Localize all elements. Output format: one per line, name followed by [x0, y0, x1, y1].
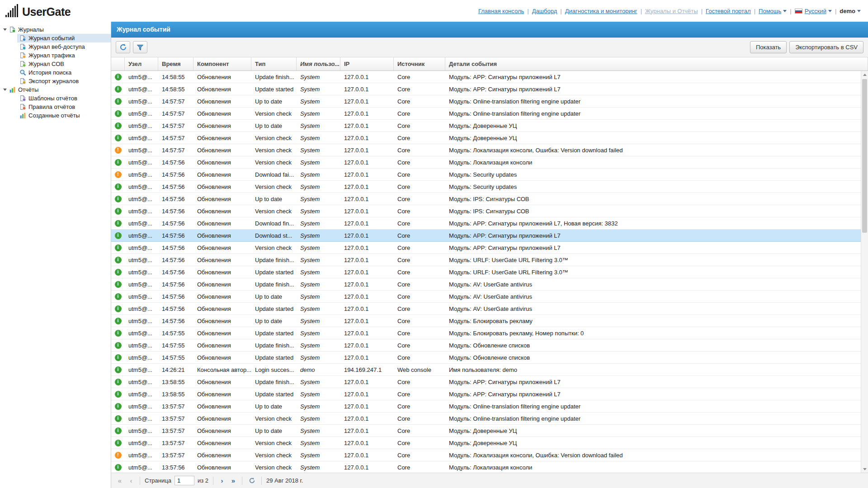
nav-dashboard[interactable]: Дашборд: [532, 8, 557, 14]
pager-next-button[interactable]: ›: [218, 477, 226, 484]
column-header-icon[interactable]: [111, 57, 125, 70]
sidebar-item-reports[interactable]: Отчёты: [0, 85, 111, 94]
sidebar-item-ips-log[interactable]: Журнал СОВ: [17, 60, 111, 68]
column-header-node[interactable]: Узел: [125, 57, 158, 70]
table-row[interactable]: iutm5@...14:57:57ОбновленияUp to dateSys…: [111, 120, 861, 132]
column-header-source[interactable]: Источник: [394, 57, 445, 70]
cell-source: Core: [394, 379, 445, 385]
table-row[interactable]: iutm5@...14:57:56ОбновленияVersion check…: [111, 242, 861, 254]
cell-icon: i: [111, 354, 125, 361]
table-row[interactable]: iutm5@...14:57:56ОбновленияUpdate starte…: [111, 303, 861, 315]
table-row[interactable]: iutm5@...13:57:56ОбновленияVersion check…: [111, 461, 861, 473]
sidebar-item-report-templates[interactable]: Шаблоны отчётов: [17, 94, 111, 103]
cell-ip: 127.0.0.1: [340, 183, 394, 190]
table-row[interactable]: iutm5@...13:57:57ОбновленияVersion check…: [111, 413, 861, 425]
table-row[interactable]: iutm5@...14:57:57ОбновленияVersion check…: [111, 132, 861, 144]
nav-guest-portal[interactable]: Гостевой портал: [706, 8, 751, 14]
web-access-log-icon: [19, 43, 26, 50]
cell-time: 14:58:55: [158, 86, 193, 93]
sidebar-item-logs[interactable]: Журналы: [0, 25, 111, 34]
table-row[interactable]: iutm5@...14:58:55ОбновленияUpdate finish…: [111, 71, 861, 83]
show-button[interactable]: Показать: [750, 41, 787, 53]
nav-help[interactable]: Помощь: [759, 8, 787, 14]
cell-details: Модуль: Обновление списков: [445, 342, 861, 349]
column-header-time[interactable]: Время: [158, 57, 193, 70]
pager-first-button[interactable]: «: [116, 477, 124, 484]
table-row[interactable]: !utm5@...14:57:57ОбновленияVersion check…: [111, 144, 861, 156]
table-row[interactable]: iutm5@...14:57:56ОбновленияUpdate starte…: [111, 266, 861, 278]
table-row[interactable]: !utm5@...13:57:57ОбновленияVersion check…: [111, 449, 861, 461]
nav-separator: |: [754, 8, 755, 14]
table-row[interactable]: iutm5@...13:57:57ОбновленияUp to dateSys…: [111, 425, 861, 437]
nav-language[interactable]: Русский: [795, 8, 832, 14]
scrollbar-thumb[interactable]: [862, 79, 867, 233]
cell-time: 13:57:56: [158, 464, 193, 471]
vertical-scrollbar[interactable]: [861, 71, 868, 473]
nav-label: Дашборд: [532, 8, 557, 14]
table-row[interactable]: iutm5@...13:58:55ОбновленияUpdate finish…: [111, 376, 861, 388]
cell-icon: i: [111, 269, 125, 276]
table-row[interactable]: iutm5@...14:57:56ОбновленияDownload st..…: [111, 230, 861, 242]
pager-refresh-button[interactable]: [247, 476, 257, 486]
tree-expand-icon[interactable]: [3, 28, 7, 31]
sidebar-item-events-log[interactable]: Журнал событий: [17, 34, 111, 42]
table-row[interactable]: iutm5@...14:26:21Консольная автор...Logi…: [111, 364, 861, 376]
ips-log-icon: [19, 61, 26, 67]
cell-component: Обновления: [193, 122, 251, 129]
column-header-user[interactable]: Имя пользо...: [297, 57, 340, 70]
table-row[interactable]: iutm5@...14:57:56ОбновленияUp to dateSys…: [111, 193, 861, 205]
table-row[interactable]: iutm5@...14:57:55ОбновленияUpdate starte…: [111, 352, 861, 364]
scroll-down-button[interactable]: [861, 465, 868, 473]
nav-main-console[interactable]: Главная консоль: [478, 8, 524, 14]
cell-time: 14:57:56: [158, 196, 193, 202]
table-row[interactable]: !utm5@...14:57:56ОбновленияDownload fai.…: [111, 169, 861, 181]
info-icon: i: [115, 257, 122, 263]
page-number-input[interactable]: [175, 476, 194, 485]
filter-button[interactable]: [133, 41, 147, 53]
cell-source: Core: [394, 86, 445, 93]
scroll-up-button[interactable]: [861, 71, 868, 78]
nav-logs-reports[interactable]: Журналы и Отчёты: [645, 8, 698, 14]
sidebar-item-report-rules[interactable]: Правила отчётов: [17, 103, 111, 111]
table-row[interactable]: iutm5@...14:58:55ОбновленияUpdate starte…: [111, 83, 861, 95]
sidebar-item-search-history[interactable]: История поиска: [17, 68, 111, 77]
nav-user-menu[interactable]: demo: [840, 8, 861, 14]
table-row[interactable]: iutm5@...14:57:56ОбновленияUpdate finish…: [111, 254, 861, 266]
table-row[interactable]: iutm5@...14:57:56ОбновленияDownload fin.…: [111, 217, 861, 230]
cell-type: Update started: [251, 86, 297, 93]
table-row[interactable]: iutm5@...14:57:56ОбновленияUp to dateSys…: [111, 315, 861, 327]
column-header-ip[interactable]: IP: [340, 57, 394, 70]
cell-type: Update started: [251, 330, 297, 337]
table-row[interactable]: iutm5@...14:57:57ОбновленияUp to dateSys…: [111, 95, 861, 108]
column-header-type[interactable]: Тип: [251, 57, 297, 70]
table-row[interactable]: iutm5@...14:57:56ОбновленияUpdate finish…: [111, 278, 861, 291]
info-icon: i: [115, 354, 122, 361]
export-csv-button[interactable]: Экспортировать в CSV: [789, 41, 863, 53]
refresh-button[interactable]: [116, 41, 130, 53]
table-row[interactable]: iutm5@...14:57:56ОбновленияVersion check…: [111, 205, 861, 217]
sidebar-item-web-access-log[interactable]: Журнал веб-доступа: [17, 42, 111, 51]
column-header-details[interactable]: Детали события: [445, 57, 868, 70]
table-row[interactable]: iutm5@...14:57:56ОбновленияVersion check…: [111, 181, 861, 193]
table-row[interactable]: iutm5@...14:57:55ОбновленияUpdate finish…: [111, 339, 861, 352]
cell-ip: 127.0.0.1: [340, 232, 394, 239]
table-row[interactable]: iutm5@...14:57:56ОбновленияVersion check…: [111, 156, 861, 169]
table-row[interactable]: iutm5@...13:57:57ОбновленияUp to dateSys…: [111, 400, 861, 413]
pager-prev-button[interactable]: ‹: [127, 477, 135, 484]
table-row[interactable]: iutm5@...14:57:57ОбновленияVersion check…: [111, 108, 861, 120]
tree-expand-icon[interactable]: [3, 89, 7, 91]
table-row[interactable]: iutm5@...13:58:55ОбновленияUpdate starte…: [111, 388, 861, 400]
cell-icon: i: [111, 159, 125, 166]
cell-icon: !: [111, 147, 125, 154]
pager-last-button[interactable]: »: [229, 477, 237, 484]
table-row[interactable]: iutm5@...14:57:55ОбновленияUpdate starte…: [111, 327, 861, 339]
cell-node: utm5@...: [125, 427, 158, 434]
sidebar-item-export-logs[interactable]: Экспорт журналов: [17, 77, 111, 85]
column-header-component[interactable]: Компонент: [193, 57, 251, 70]
nav-diagnostics-monitoring[interactable]: Диагностика и мониторинг: [565, 8, 637, 14]
sidebar-item-created-reports[interactable]: Созданные отчёты: [17, 111, 111, 120]
table-row[interactable]: iutm5@...13:57:57ОбновленияVersion check…: [111, 437, 861, 449]
table-row[interactable]: iutm5@...14:57:56ОбновленияUp to dateSys…: [111, 291, 861, 303]
top-nav: Главная консоль|Дашборд|Диагностика и мо…: [478, 8, 861, 14]
sidebar-item-traffic-log[interactable]: Журнал трафика: [17, 51, 111, 60]
